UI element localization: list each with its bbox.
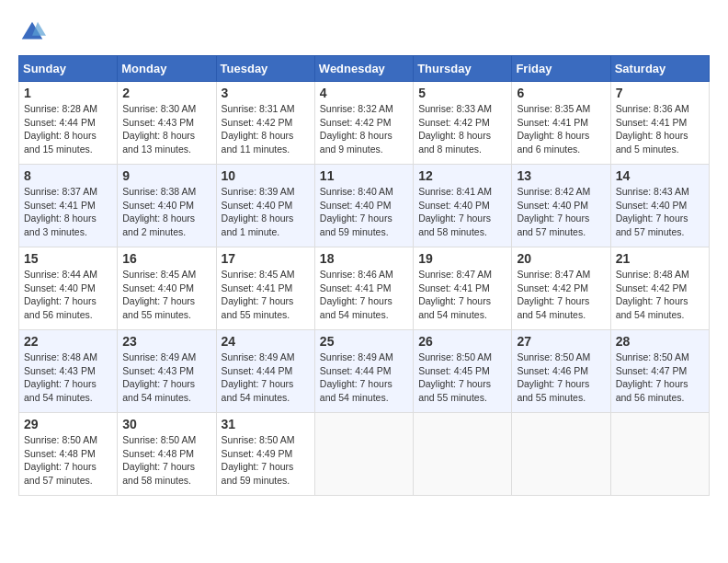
day-number: 24 bbox=[222, 334, 310, 349]
day-number: 22 bbox=[24, 334, 112, 349]
day-info: Sunrise: 8:48 AMSunset: 4:42 PMDaylight:… bbox=[616, 268, 704, 322]
day-number: 19 bbox=[418, 251, 506, 266]
logo-icon bbox=[18, 18, 46, 46]
day-number: 15 bbox=[24, 251, 112, 266]
day-cell-18: 18Sunrise: 8:46 AMSunset: 4:41 PMDayligh… bbox=[314, 247, 413, 330]
day-number: 7 bbox=[616, 86, 704, 100]
day-info: Sunrise: 8:49 AMSunset: 4:43 PMDaylight:… bbox=[122, 350, 210, 405]
day-number: 10 bbox=[222, 168, 310, 183]
calendar-week-5: 29Sunrise: 8:50 AMSunset: 4:48 PMDayligh… bbox=[19, 413, 710, 496]
day-cell-22: 22Sunrise: 8:48 AMSunset: 4:43 PMDayligh… bbox=[19, 330, 118, 413]
day-info: Sunrise: 8:46 AMSunset: 4:41 PMDaylight:… bbox=[320, 268, 408, 322]
day-info: Sunrise: 8:30 AMSunset: 4:43 PMDaylight:… bbox=[122, 102, 210, 156]
day-number: 13 bbox=[517, 168, 605, 183]
weekday-header-saturday: Saturday bbox=[610, 56, 709, 82]
day-info: Sunrise: 8:41 AMSunset: 4:40 PMDaylight:… bbox=[418, 185, 506, 239]
empty-cell bbox=[314, 413, 413, 496]
day-cell-28: 28Sunrise: 8:50 AMSunset: 4:47 PMDayligh… bbox=[610, 330, 709, 413]
day-info: Sunrise: 8:36 AMSunset: 4:41 PMDaylight:… bbox=[616, 102, 704, 156]
day-cell-19: 19Sunrise: 8:47 AMSunset: 4:41 PMDayligh… bbox=[414, 247, 512, 330]
day-number: 11 bbox=[320, 168, 408, 183]
day-cell-12: 12Sunrise: 8:41 AMSunset: 4:40 PMDayligh… bbox=[414, 165, 512, 247]
day-number: 30 bbox=[122, 417, 210, 431]
day-info: Sunrise: 8:32 AMSunset: 4:42 PMDaylight:… bbox=[320, 102, 408, 156]
day-info: Sunrise: 8:33 AMSunset: 4:42 PMDaylight:… bbox=[418, 102, 506, 156]
page-header bbox=[18, 18, 710, 46]
day-number: 31 bbox=[222, 417, 310, 431]
empty-cell bbox=[414, 413, 512, 496]
logo bbox=[18, 18, 50, 46]
day-number: 6 bbox=[517, 86, 605, 100]
day-info: Sunrise: 8:50 AMSunset: 4:48 PMDaylight:… bbox=[122, 433, 210, 488]
day-cell-29: 29Sunrise: 8:50 AMSunset: 4:48 PMDayligh… bbox=[19, 413, 118, 496]
weekday-header-friday: Friday bbox=[512, 56, 610, 82]
day-info: Sunrise: 8:37 AMSunset: 4:41 PMDaylight:… bbox=[24, 185, 112, 239]
day-info: Sunrise: 8:50 AMSunset: 4:47 PMDaylight:… bbox=[616, 350, 704, 405]
empty-cell bbox=[610, 413, 709, 496]
day-info: Sunrise: 8:31 AMSunset: 4:42 PMDaylight:… bbox=[222, 102, 310, 156]
day-number: 23 bbox=[122, 334, 210, 349]
day-cell-2: 2Sunrise: 8:30 AMSunset: 4:43 PMDaylight… bbox=[118, 82, 216, 165]
day-number: 16 bbox=[122, 251, 210, 266]
day-info: Sunrise: 8:45 AMSunset: 4:40 PMDaylight:… bbox=[122, 268, 210, 322]
day-number: 29 bbox=[24, 417, 112, 431]
day-number: 18 bbox=[320, 251, 408, 266]
day-cell-25: 25Sunrise: 8:49 AMSunset: 4:44 PMDayligh… bbox=[314, 330, 413, 413]
day-number: 8 bbox=[24, 168, 112, 183]
day-info: Sunrise: 8:38 AMSunset: 4:40 PMDaylight:… bbox=[122, 185, 210, 239]
day-cell-23: 23Sunrise: 8:49 AMSunset: 4:43 PMDayligh… bbox=[118, 330, 216, 413]
day-number: 27 bbox=[517, 334, 605, 349]
day-info: Sunrise: 8:48 AMSunset: 4:43 PMDaylight:… bbox=[24, 350, 112, 405]
day-cell-15: 15Sunrise: 8:44 AMSunset: 4:40 PMDayligh… bbox=[19, 247, 118, 330]
day-cell-8: 8Sunrise: 8:37 AMSunset: 4:41 PMDaylight… bbox=[19, 165, 118, 247]
empty-cell bbox=[512, 413, 610, 496]
day-cell-13: 13Sunrise: 8:42 AMSunset: 4:40 PMDayligh… bbox=[512, 165, 610, 247]
day-number: 2 bbox=[122, 86, 210, 100]
day-cell-9: 9Sunrise: 8:38 AMSunset: 4:40 PMDaylight… bbox=[118, 165, 216, 247]
day-info: Sunrise: 8:42 AMSunset: 4:40 PMDaylight:… bbox=[517, 185, 605, 239]
day-cell-16: 16Sunrise: 8:45 AMSunset: 4:40 PMDayligh… bbox=[118, 247, 216, 330]
day-number: 20 bbox=[517, 251, 605, 266]
weekday-header-row: SundayMondayTuesdayWednesdayThursdayFrid… bbox=[19, 56, 710, 82]
day-number: 5 bbox=[418, 86, 506, 100]
day-cell-10: 10Sunrise: 8:39 AMSunset: 4:40 PMDayligh… bbox=[216, 165, 314, 247]
day-info: Sunrise: 8:50 AMSunset: 4:49 PMDaylight:… bbox=[222, 433, 310, 488]
weekday-header-monday: Monday bbox=[118, 56, 216, 82]
calendar-week-2: 8Sunrise: 8:37 AMSunset: 4:41 PMDaylight… bbox=[19, 165, 710, 247]
day-info: Sunrise: 8:35 AMSunset: 4:41 PMDaylight:… bbox=[517, 102, 605, 156]
day-cell-20: 20Sunrise: 8:47 AMSunset: 4:42 PMDayligh… bbox=[512, 247, 610, 330]
calendar-week-4: 22Sunrise: 8:48 AMSunset: 4:43 PMDayligh… bbox=[19, 330, 710, 413]
day-number: 14 bbox=[616, 168, 704, 183]
calendar-week-1: 1Sunrise: 8:28 AMSunset: 4:44 PMDaylight… bbox=[19, 82, 710, 165]
day-info: Sunrise: 8:45 AMSunset: 4:41 PMDaylight:… bbox=[222, 268, 310, 322]
weekday-header-tuesday: Tuesday bbox=[216, 56, 314, 82]
day-info: Sunrise: 8:50 AMSunset: 4:45 PMDaylight:… bbox=[418, 350, 506, 405]
calendar-week-3: 15Sunrise: 8:44 AMSunset: 4:40 PMDayligh… bbox=[19, 247, 710, 330]
day-number: 4 bbox=[320, 86, 408, 100]
day-cell-14: 14Sunrise: 8:43 AMSunset: 4:40 PMDayligh… bbox=[610, 165, 709, 247]
day-number: 17 bbox=[222, 251, 310, 266]
day-info: Sunrise: 8:43 AMSunset: 4:40 PMDaylight:… bbox=[616, 185, 704, 239]
day-cell-26: 26Sunrise: 8:50 AMSunset: 4:45 PMDayligh… bbox=[414, 330, 512, 413]
day-info: Sunrise: 8:47 AMSunset: 4:42 PMDaylight:… bbox=[517, 268, 605, 322]
day-number: 25 bbox=[320, 334, 408, 349]
day-cell-30: 30Sunrise: 8:50 AMSunset: 4:48 PMDayligh… bbox=[118, 413, 216, 496]
weekday-header-wednesday: Wednesday bbox=[314, 56, 413, 82]
day-number: 28 bbox=[616, 334, 704, 349]
day-cell-24: 24Sunrise: 8:49 AMSunset: 4:44 PMDayligh… bbox=[216, 330, 314, 413]
day-number: 21 bbox=[616, 251, 704, 266]
day-cell-6: 6Sunrise: 8:35 AMSunset: 4:41 PMDaylight… bbox=[512, 82, 610, 165]
day-info: Sunrise: 8:39 AMSunset: 4:40 PMDaylight:… bbox=[222, 185, 310, 239]
day-cell-3: 3Sunrise: 8:31 AMSunset: 4:42 PMDaylight… bbox=[216, 82, 314, 165]
day-info: Sunrise: 8:47 AMSunset: 4:41 PMDaylight:… bbox=[418, 268, 506, 322]
day-info: Sunrise: 8:40 AMSunset: 4:40 PMDaylight:… bbox=[320, 185, 408, 239]
day-cell-17: 17Sunrise: 8:45 AMSunset: 4:41 PMDayligh… bbox=[216, 247, 314, 330]
day-info: Sunrise: 8:50 AMSunset: 4:48 PMDaylight:… bbox=[24, 433, 112, 488]
day-cell-11: 11Sunrise: 8:40 AMSunset: 4:40 PMDayligh… bbox=[314, 165, 413, 247]
day-number: 9 bbox=[122, 168, 210, 183]
day-cell-31: 31Sunrise: 8:50 AMSunset: 4:49 PMDayligh… bbox=[216, 413, 314, 496]
day-cell-1: 1Sunrise: 8:28 AMSunset: 4:44 PMDaylight… bbox=[19, 82, 118, 165]
day-cell-4: 4Sunrise: 8:32 AMSunset: 4:42 PMDaylight… bbox=[314, 82, 413, 165]
day-cell-21: 21Sunrise: 8:48 AMSunset: 4:42 PMDayligh… bbox=[610, 247, 709, 330]
day-number: 1 bbox=[24, 86, 112, 100]
